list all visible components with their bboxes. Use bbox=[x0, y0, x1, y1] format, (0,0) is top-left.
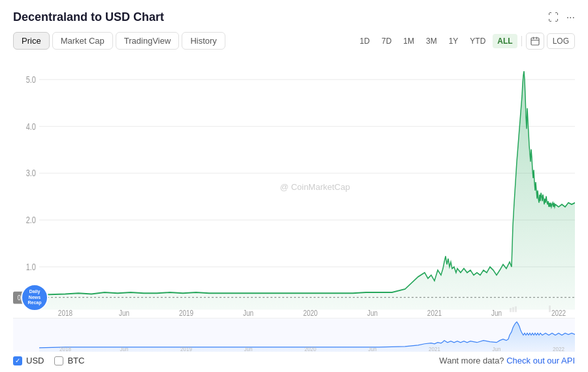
chart-title: Decentraland to USD Chart bbox=[13, 10, 164, 24]
left-tabs: Price Market Cap TradingView History bbox=[13, 32, 225, 50]
more-icon[interactable]: ··· bbox=[566, 12, 575, 23]
usd-label: USD bbox=[26, 356, 44, 365]
svg-text:Jun: Jun bbox=[244, 347, 253, 352]
tab-history[interactable]: History bbox=[182, 32, 225, 50]
tab-market-cap[interactable]: Market Cap bbox=[52, 32, 113, 50]
svg-text:Jun: Jun bbox=[243, 309, 253, 317]
svg-text:2018: 2018 bbox=[59, 347, 71, 352]
svg-text:Jun: Jun bbox=[493, 347, 501, 352]
api-text: Want more data? Check out our API bbox=[439, 356, 575, 365]
legend-usd[interactable]: ✓ USD bbox=[13, 356, 44, 365]
svg-text:2021: 2021 bbox=[429, 347, 440, 352]
svg-text:2022: 2022 bbox=[551, 309, 566, 317]
right-tabs: 1D 7D 1M 3M 1Y YTD ALL LOG bbox=[355, 33, 575, 50]
news-badge[interactable]: Daily News Recap bbox=[21, 284, 48, 311]
news-badge-line2: News bbox=[29, 295, 41, 300]
calendar-button[interactable] bbox=[526, 33, 544, 50]
time-all[interactable]: ALL bbox=[493, 34, 517, 48]
time-1y[interactable]: 1Y bbox=[444, 34, 463, 48]
news-badge-line1: Daily bbox=[29, 289, 41, 294]
usd-checkbox[interactable]: ✓ bbox=[13, 356, 22, 365]
svg-text:5.0: 5.0 bbox=[26, 75, 36, 85]
time-ytd[interactable]: YTD bbox=[465, 34, 490, 48]
news-badge-line3: Recap bbox=[27, 300, 41, 305]
main-chart: @ CoinMarketCap 5.0 4.0 3.0 2.0 1.0 0.02… bbox=[13, 55, 575, 318]
api-link[interactable]: Check out our API bbox=[506, 356, 575, 365]
legend-btc[interactable]: BTC bbox=[54, 356, 84, 365]
chart-area: @ CoinMarketCap 5.0 4.0 3.0 2.0 1.0 0.02… bbox=[13, 55, 575, 352]
tab-trading-view[interactable]: TradingView bbox=[116, 32, 180, 50]
svg-text:Jun: Jun bbox=[367, 309, 378, 317]
svg-text:1.0: 1.0 bbox=[26, 262, 36, 273]
time-3m[interactable]: 3M bbox=[421, 34, 442, 48]
mini-chart: 2018 Jun 2019 Jun 2020 Jun 2021 Jun 2022 bbox=[13, 318, 575, 352]
time-1d[interactable]: 1D bbox=[355, 34, 374, 48]
svg-text:2020: 2020 bbox=[304, 347, 316, 352]
btc-label: BTC bbox=[67, 356, 84, 365]
svg-text:Jun: Jun bbox=[368, 347, 377, 352]
svg-rect-26 bbox=[510, 308, 512, 312]
svg-rect-0 bbox=[531, 38, 539, 45]
separator bbox=[521, 36, 522, 46]
footer: ✓ USD BTC Want more data? Check out our … bbox=[13, 352, 575, 365]
svg-text:Jun: Jun bbox=[119, 309, 129, 317]
tab-price[interactable]: Price bbox=[13, 32, 50, 50]
btc-checkbox[interactable] bbox=[54, 356, 63, 365]
svg-rect-27 bbox=[512, 307, 514, 313]
svg-rect-28 bbox=[515, 306, 517, 312]
time-7d[interactable]: 7D bbox=[377, 34, 396, 48]
svg-text:2022: 2022 bbox=[553, 347, 564, 352]
svg-text:2.0: 2.0 bbox=[26, 215, 36, 226]
svg-text:4.0: 4.0 bbox=[26, 121, 36, 132]
svg-text:2021: 2021 bbox=[427, 309, 442, 317]
svg-text:Jun: Jun bbox=[120, 347, 129, 352]
time-1m[interactable]: 1M bbox=[399, 34, 419, 48]
legend: ✓ USD BTC bbox=[13, 356, 84, 365]
svg-rect-29 bbox=[549, 305, 551, 312]
expand-icon[interactable]: ⛶ bbox=[548, 12, 559, 23]
svg-text:2019: 2019 bbox=[179, 309, 193, 317]
svg-text:2020: 2020 bbox=[303, 309, 318, 317]
svg-text:2018: 2018 bbox=[58, 309, 73, 317]
log-button[interactable]: LOG bbox=[547, 33, 575, 49]
svg-text:2019: 2019 bbox=[180, 347, 192, 352]
svg-text:3.0: 3.0 bbox=[26, 168, 36, 179]
svg-text:Jun: Jun bbox=[491, 309, 502, 317]
